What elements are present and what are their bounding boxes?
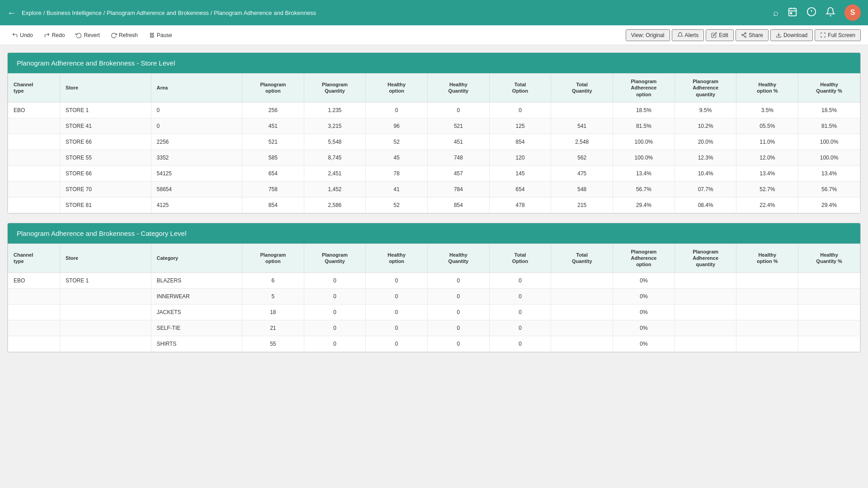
svg-point-10 (745, 33, 746, 34)
table-cell: 0% (613, 272, 675, 288)
category-level-table: Channeltype Store Category Planogramopti… (8, 244, 860, 352)
view-original-button[interactable]: View: Original (626, 29, 670, 41)
table-cell: 0 (428, 102, 490, 118)
table-cell: STORE 66 (60, 165, 151, 181)
table-row: STORE 4104513,2159652112554181.5%10.2%05… (8, 118, 860, 134)
bell-icon[interactable] (826, 7, 835, 19)
col-header-pa-qty: PlanogramAdherencequantity (675, 74, 736, 103)
table-cell: 748 (428, 150, 490, 165)
table-cell: 854 (489, 134, 551, 150)
download-button[interactable]: Download (770, 29, 813, 41)
table-cell: 45 (366, 150, 428, 165)
table-cell (675, 320, 736, 336)
table-cell: 854 (428, 197, 490, 213)
table-cell (798, 288, 860, 304)
col-header-planogram-option: Planogramoption (242, 74, 304, 103)
table-cell: 256 (242, 102, 304, 118)
table-cell: STORE 1 (60, 102, 151, 118)
table-cell (798, 304, 860, 320)
share-button[interactable]: Share (736, 29, 769, 41)
back-button[interactable]: ← (7, 8, 16, 18)
table-cell: 2,586 (304, 197, 366, 213)
table-cell (8, 197, 60, 213)
table-cell: 478 (489, 197, 551, 213)
table-cell: 0 (151, 118, 242, 134)
table-cell: 0 (428, 320, 490, 336)
table-cell: 0 (304, 272, 366, 288)
cat-col-header-pa-qty: PlanogramAdherencequantity (675, 244, 736, 272)
redo-button[interactable]: Redo (39, 30, 70, 40)
table-cell (60, 288, 151, 304)
table-cell: 56.7% (798, 181, 860, 197)
table-cell: 100.0% (613, 150, 675, 165)
cat-col-header-total-option: TotalOption (489, 244, 551, 272)
table-cell: STORE 1 (60, 272, 151, 288)
category-level-section: Planogram Adherence and Brokenness - Cat… (7, 223, 861, 352)
table-row: JACKETS1800000% (8, 304, 860, 320)
full-screen-button[interactable]: Full Screen (815, 29, 861, 41)
store-level-section: Planogram Adherence and Brokenness - Sto… (7, 52, 861, 214)
svg-rect-4 (790, 12, 792, 14)
category-level-table-container: Channeltype Store Category Planogramopti… (8, 244, 860, 352)
table-cell: 52 (366, 134, 428, 150)
main-content: Planogram Adherence and Brokenness - Sto… (0, 45, 868, 369)
table-cell: 457 (428, 165, 490, 181)
cat-col-header-healthy-qty-pct: HealthyQuantity % (798, 244, 860, 272)
refresh-button[interactable]: Refresh (106, 30, 142, 40)
table-cell: 1,452 (304, 181, 366, 197)
table-cell (8, 336, 60, 352)
table-cell (736, 336, 798, 352)
table-row: EBOSTORE 1BLAZERS600000% (8, 272, 860, 288)
svg-line-14 (743, 34, 745, 35)
table-cell (798, 320, 860, 336)
table-cell: 3,215 (304, 118, 366, 134)
table-cell: 22.4% (736, 197, 798, 213)
svg-point-11 (742, 34, 743, 36)
table-cell: 0% (613, 288, 675, 304)
table-cell: 100.0% (798, 134, 860, 150)
table-cell: 100.0% (798, 150, 860, 165)
table-cell (736, 304, 798, 320)
table-cell (60, 320, 151, 336)
table-cell: STORE 70 (60, 181, 151, 197)
table-cell: 18 (242, 304, 304, 320)
table-cell: 0 (304, 336, 366, 352)
table-cell (8, 150, 60, 165)
col-header-channel-type: Channeltype (8, 74, 60, 103)
alerts-button[interactable]: Alerts (672, 29, 704, 41)
table-cell: 654 (242, 165, 304, 181)
breadcrumb: Explore / Business Intelligence / Planog… (22, 9, 316, 16)
pause-button[interactable]: Pause (144, 30, 177, 40)
table-cell: 2256 (151, 134, 242, 150)
calendar-icon[interactable] (788, 7, 797, 19)
store-level-table: Channeltype Store Area Planogramoption P… (8, 73, 860, 213)
table-cell: 55 (242, 336, 304, 352)
table-cell: 451 (242, 118, 304, 134)
avatar[interactable]: S (844, 5, 861, 21)
undo-button[interactable]: Undo (7, 30, 38, 40)
revert-button[interactable]: Revert (71, 30, 104, 40)
table-cell (551, 336, 613, 352)
info-icon[interactable] (807, 7, 816, 19)
cat-col-header-store: Store (60, 244, 151, 272)
table-cell: 3.5% (736, 102, 798, 118)
table-cell: 81.5% (798, 118, 860, 134)
table-cell: BLAZERS (151, 272, 242, 288)
table-cell: STORE 41 (60, 118, 151, 134)
table-cell (60, 304, 151, 320)
cat-col-header-category: Category (151, 244, 242, 272)
table-cell: 0 (489, 102, 551, 118)
table-cell: 562 (551, 150, 613, 165)
table-cell (8, 118, 60, 134)
table-cell: 21 (242, 320, 304, 336)
table-cell: 854 (242, 197, 304, 213)
table-cell: 81.5% (613, 118, 675, 134)
table-cell: 0 (428, 304, 490, 320)
table-cell (736, 288, 798, 304)
search-icon[interactable]: ⌕ (773, 8, 778, 18)
col-header-healthy-option: Healthyoption (366, 74, 428, 103)
edit-button[interactable]: Edit (706, 29, 734, 41)
table-cell: 52 (366, 197, 428, 213)
store-level-table-container: Channeltype Store Area Planogramoption P… (8, 73, 860, 213)
col-header-planogram-qty: PlanogramQuantity (304, 74, 366, 103)
